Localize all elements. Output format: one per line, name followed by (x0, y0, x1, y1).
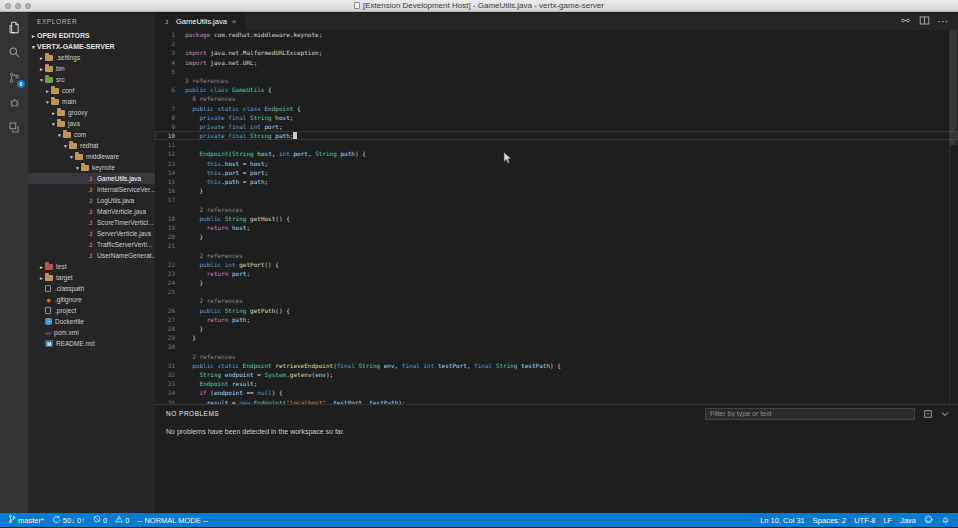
code-line[interactable]: 6public class GameUtils { (155, 85, 958, 94)
code-line[interactable]: 24 } (155, 278, 958, 287)
code-editor[interactable]: 1package com.redhat.middleware.keynote;2… (155, 30, 958, 404)
tree-item-java[interactable]: ▾java (28, 118, 155, 129)
status-language-mode[interactable]: Java (896, 513, 920, 527)
tree-item-conf[interactable]: ▸conf (28, 85, 155, 96)
codelens-row[interactable]: 8 references (155, 94, 958, 103)
codelens-references[interactable]: 2 references (185, 205, 243, 214)
codelens-references[interactable]: 3 references (185, 76, 228, 85)
hide-panel-chevron-icon[interactable] (940, 405, 950, 423)
code-line[interactable]: 8 private final String host; (155, 113, 958, 122)
tab-gameutils[interactable]: J GameUtils.java × (155, 12, 245, 30)
tree-item-target[interactable]: ▸target (28, 272, 155, 283)
scrollbar-thumb[interactable] (950, 30, 957, 145)
codelens-row[interactable]: 2 references (155, 352, 958, 361)
code-line[interactable]: 2 (155, 39, 958, 48)
code-line[interactable]: 5 (155, 67, 958, 76)
close-button[interactable] (5, 3, 11, 9)
status-eol[interactable]: LF (879, 513, 896, 527)
codelens-references[interactable]: 2 references (185, 296, 243, 305)
code-line[interactable]: 7 public static class Endpoint { (155, 104, 958, 113)
code-line[interactable]: 16 } (155, 186, 958, 195)
open-editors-section[interactable]: ▸ OPEN EDITORS (28, 30, 155, 41)
tree-item-readme-md[interactable]: MREADME.md (28, 338, 155, 349)
problems-filter-input[interactable] (705, 408, 915, 420)
code-line[interactable]: 33 Endpoint result; (155, 379, 958, 388)
workspace-root-section[interactable]: ▾ VERTX-GAME-SERVER (28, 41, 155, 52)
tree-item-pom-xml[interactable]: <>pom.xml (28, 327, 155, 338)
code-line[interactable]: 18 public String getHost() { (155, 214, 958, 223)
code-line[interactable]: 35 result = new Endpoint("localhost", te… (155, 398, 958, 405)
code-line[interactable]: 25 (155, 287, 958, 296)
code-line[interactable]: 32 String endpoint = System.getenv(env); (155, 370, 958, 379)
tree-item-trafficserververti-[interactable]: JTrafficServerVerti... (28, 239, 155, 250)
tree-item-dockerfile[interactable]: ~Dockerfile (28, 316, 155, 327)
status-git-branch[interactable]: master* (4, 513, 48, 527)
status-feedback[interactable] (920, 513, 937, 527)
status-warnings[interactable]: 0 (111, 513, 133, 527)
code-line[interactable]: 12 Endpoint(String host, int port, Strin… (155, 149, 958, 158)
tree-item--settings[interactable]: ▸.settings (28, 52, 155, 63)
status-indentation[interactable]: Spaces: 2 (809, 513, 850, 527)
code-line[interactable]: 10 private final String path; (155, 131, 958, 140)
split-editor-icon[interactable] (919, 12, 930, 30)
code-line[interactable]: 22 public int getPort() { (155, 260, 958, 269)
codelens-row[interactable]: 2 references (155, 251, 958, 260)
tree-item--project[interactable]: .project (28, 305, 155, 316)
code-line[interactable]: 27 return path; (155, 315, 958, 324)
code-line[interactable]: 26 public String getPath() { (155, 306, 958, 315)
minimize-button[interactable] (15, 3, 21, 9)
editor-scrollbar[interactable] (949, 30, 958, 404)
activity-source-control-button[interactable]: 6 (0, 66, 28, 91)
code-line[interactable]: 4import java.net.URL; (155, 58, 958, 67)
code-line[interactable]: 13 this.host = host; (155, 159, 958, 168)
tree-item-main[interactable]: ▾main (28, 96, 155, 107)
tree-item-middleware[interactable]: ▾middleware (28, 151, 155, 162)
status-encoding[interactable]: UTF-8 (850, 513, 879, 527)
status-notifications[interactable] (937, 513, 954, 527)
status-cursor-position[interactable]: Ln 10, Col 31 (756, 513, 809, 527)
tree-item-src[interactable]: ▾src (28, 74, 155, 85)
tree-item-scoretimerverticl-[interactable]: JScoreTimerVerticl... (28, 217, 155, 228)
code-line[interactable]: 21 (155, 241, 958, 250)
tree-item-keynote[interactable]: ▾keynote (28, 162, 155, 173)
codelens-row[interactable]: 3 references (155, 76, 958, 85)
activity-search-button[interactable] (0, 41, 28, 66)
codelens-row[interactable]: 2 references (155, 205, 958, 214)
code-line[interactable]: 14 this.port = port; (155, 168, 958, 177)
tree-item-gameutils-java[interactable]: JGameUtils.java (28, 173, 155, 184)
more-actions-icon[interactable]: ··· (938, 17, 949, 26)
activity-debug-button[interactable] (0, 91, 28, 116)
tree-item-serververticle-java[interactable]: JServerVerticle.java (28, 228, 155, 239)
tree-item--gitignore[interactable]: ◆.gitignore (28, 294, 155, 305)
tree-item-internalservicever-[interactable]: JInternalServiceVer... (28, 184, 155, 195)
code-line[interactable]: 11 (155, 140, 958, 149)
code-line[interactable]: 28 } (155, 324, 958, 333)
collapse-all-icon[interactable] (923, 405, 933, 423)
code-line[interactable]: 15 this.path = path; (155, 177, 958, 186)
code-line[interactable]: 29 } (155, 333, 958, 342)
code-line[interactable]: 19 return host; (155, 223, 958, 232)
tree-item-com[interactable]: ▾com (28, 129, 155, 140)
tree-item-redhat[interactable]: ▾redhat (28, 140, 155, 151)
code-line[interactable]: 20 } (155, 232, 958, 241)
code-line[interactable]: 9 private final int port; (155, 122, 958, 131)
code-line[interactable]: 30 (155, 342, 958, 351)
close-tab-icon[interactable]: × (232, 17, 237, 26)
tree-item-bin[interactable]: ▸bin (28, 63, 155, 74)
code-line[interactable]: 3import java.net.MalformedURLException; (155, 48, 958, 57)
code-line[interactable]: 34 if (endpoint == null) { (155, 388, 958, 397)
code-line[interactable]: 23 return port; (155, 269, 958, 278)
tree-item-test[interactable]: ▸test (28, 261, 155, 272)
activity-extensions-button[interactable] (0, 116, 28, 141)
codelens-references[interactable]: 2 references (185, 352, 236, 361)
codelens-references[interactable]: 8 references (185, 94, 236, 103)
code-line[interactable]: 17 (155, 195, 958, 204)
tree-item--classpath[interactable]: .classpath (28, 283, 155, 294)
zoom-button[interactable] (25, 3, 31, 9)
status-sync[interactable]: 50↓ 0↑ (48, 513, 89, 527)
tree-item-logutils-java[interactable]: JLogUtils.java (28, 195, 155, 206)
status-vim-mode[interactable]: -- NORMAL MODE -- (133, 513, 212, 527)
open-changes-icon[interactable] (900, 12, 911, 30)
status-errors[interactable]: 0 (89, 513, 111, 527)
tree-item-groovy[interactable]: ▸groovy (28, 107, 155, 118)
